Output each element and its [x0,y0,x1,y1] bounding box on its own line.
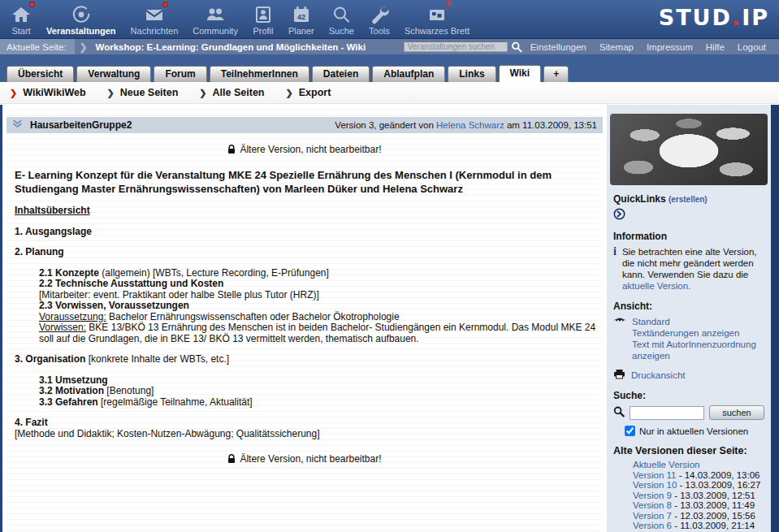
svg-text:42: 42 [297,13,305,21]
link-impressum[interactable]: Impressum [647,42,693,52]
content-region: HausarbeitenGruppe2 Version 3, geändert … [0,105,779,532]
link-sitemap[interactable]: Sitemap [599,42,634,52]
nav-item-planer[interactable]: 42 Planer [281,4,322,36]
info-icon: i [613,246,617,292]
wiki-nav-alle-seiten[interactable]: ❯ Alle Seiten [199,87,264,98]
profile-icon [253,4,274,25]
sidebar-search-icon [613,406,625,419]
wiki-photo [610,114,768,185]
top-navigation-bar: Start Veranstaltungen Nachrichten Commun… [0,0,779,39]
breadcrumb-label: Aktuelle Seite: [0,39,75,54]
view-changes-link[interactable]: Textänderungen anzeigen [632,327,764,339]
notification-badge [29,2,35,7]
search-icon [331,4,352,25]
arrow-icon: ❯ [285,88,292,98]
blue-divider [0,54,779,64]
nav-item-schwarzes-brett[interactable]: ★ Schwarzes Brett [397,4,477,36]
nav-item-veranstaltungen[interactable]: Veranstaltungen [39,4,123,36]
wiki-search-input[interactable] [630,406,704,420]
checkbox-label: Nur in aktuellen Versionen [639,426,748,436]
wiki-nav-export[interactable]: ❯ Export [285,87,331,98]
current-versions-only-checkbox[interactable] [625,426,635,436]
version-info: Version 3, geändert von Helena Schwarz a… [335,120,597,130]
notification-badge [162,2,168,7]
article-heading: E- Learning Konzept für die Veranstaltun… [15,168,593,196]
tab-links[interactable]: Links [448,66,496,82]
print-view-link[interactable]: Druckansicht [631,370,685,380]
wiki-search-button[interactable]: suchen [709,405,764,420]
current-version-inline-link[interactable]: aktuelle Version. [622,281,690,291]
toc-label: Inhaltsübersicht [15,205,603,217]
quicklink-circle-arrow-icon[interactable] [613,208,764,222]
wiki-subnav: ❯ WikiWikiWeb ❯ Neue Seiten ❯ Alle Seite… [0,82,779,104]
old-versions-heading: Alte Versionen dieser Seite: [613,445,764,456]
tab-dateien[interactable]: Dateien [312,66,370,82]
version-link[interactable]: Version 10 [633,480,677,490]
tab-forum[interactable]: Forum [154,66,206,82]
arrow-icon: ❯ [10,88,17,98]
breadcrumb-chevron-icon: ❯ [80,41,88,53]
lock-notice-bottom: Ältere Version, nicht bearbeitbar! [6,453,603,465]
nav-item-start[interactable]: Start [3,4,39,36]
quicklinks-header: QuickLinks (erstellen) [613,193,764,205]
lock-icon [227,145,236,154]
tab-strip: Übersicht Verwaltung Forum TeilnehmerInn… [0,64,779,82]
eye-icon [613,316,626,361]
view-authors-link[interactable]: Text mit AutorInnenzuordnung anzeigen [632,339,764,361]
home-icon [11,4,32,25]
link-hilfe[interactable]: Hilfe [706,42,725,52]
tab-uebersicht[interactable]: Übersicht [6,66,74,82]
arrow-icon: ❯ [199,88,206,98]
tab-wiki[interactable]: Wiki [499,65,542,82]
view-heading: Ansicht: [613,301,764,312]
article-body: Inhaltsübersicht 1. Ausgangslage 2. Plan… [15,205,603,439]
nav-item-tools[interactable]: Tools [361,4,397,36]
seminar-icon [71,4,92,25]
nav-item-profil[interactable]: Profil [245,4,281,36]
tools-icon [369,4,390,25]
tab-add[interactable]: + [543,66,569,82]
wiki-page-title: HausarbeitenGruppe2 [30,119,132,131]
version-list: Aktuelle Version Version 11 - 14.03.2009… [633,460,764,532]
lock-icon [227,454,236,464]
search-heading: Suche: [613,390,764,401]
link-logout[interactable]: Logout [738,42,766,52]
wiki-nav-wikiwikiweb[interactable]: ❯ WikiWikiWeb [10,87,86,98]
board-icon: ★ [426,4,448,25]
version-link[interactable]: Version 11 [633,470,677,480]
wiki-nav-neue-seiten[interactable]: ❯ Neue Seiten [107,87,179,98]
lock-notice-top: Ältere Version, nicht bearbeitbar! [6,144,603,155]
wiki-sidebar: QuickLinks (erstellen) Information i Sie… [607,105,771,532]
nav-item-nachrichten[interactable]: Nachrichten [123,4,186,36]
breadcrumb-bar: Aktuelle Seite: ❯ Workshop: E-Learning: … [0,39,779,54]
author-link[interactable]: Helena Schwarz [436,120,504,130]
wiki-page-header: HausarbeitenGruppe2 Version 3, geändert … [6,117,603,133]
wiki-page-panel: HausarbeitenGruppe2 Version 3, geändert … [6,105,603,532]
link-einstellungen[interactable]: Einstellungen [530,42,586,52]
mail-icon [144,4,165,25]
collapse-chevrons-icon[interactable] [12,119,23,132]
community-icon [205,4,226,25]
breadcrumb-title: Workshop: E-Learning: Grundlagen und Mög… [96,42,366,52]
course-search-input[interactable] [404,41,508,52]
planner-icon: 42 [291,4,312,25]
search-submit-icon[interactable] [511,41,522,53]
studip-logo: Stud.IP [659,5,769,30]
quicklinks-create-link[interactable]: (erstellen) [669,195,708,204]
info-message: i Sie betrachten eine alte Version, die … [613,246,764,292]
information-heading: Information [613,231,764,242]
right-navy-band [771,105,779,532]
tab-verwaltung[interactable]: Verwaltung [76,66,151,82]
view-standard-link[interactable]: Standard [632,316,764,327]
view-options: Standard Textänderungen anzeigen Text mi… [613,316,764,361]
printer-icon [613,369,625,381]
current-version-link[interactable]: Aktuelle Version [633,460,699,469]
nav-item-suche[interactable]: Suche [322,4,361,36]
version-link[interactable]: Version 9 [633,491,672,500]
version-link[interactable]: Version 8 [633,500,672,510]
version-link[interactable]: Version 7 [633,511,672,521]
tab-teilnehmerinnen[interactable]: TeilnehmerInnen [210,66,309,82]
version-link[interactable]: Version 6 [633,521,672,530]
nav-item-community[interactable]: Community [185,4,245,36]
tab-ablaufplan[interactable]: Ablaufplan [372,66,445,82]
